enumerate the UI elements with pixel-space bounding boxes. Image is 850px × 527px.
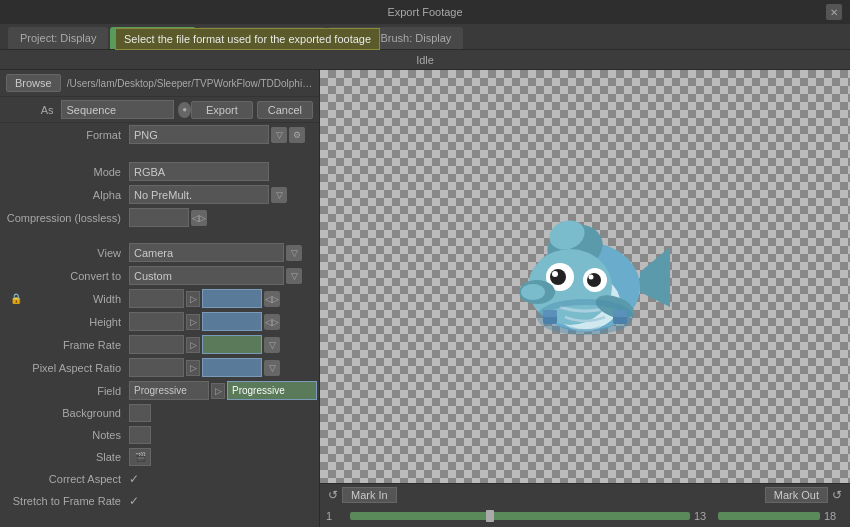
- background-row: Background: [0, 402, 319, 424]
- convert-to-label: Convert to: [6, 270, 121, 282]
- format-settings-icon[interactable]: ⚙: [289, 127, 305, 143]
- browse-button[interactable]: Browse: [6, 74, 61, 92]
- mode-row: Mode RGBA: [0, 160, 319, 183]
- field-inputs: Progressive ▷ Progressive ▽: [129, 381, 320, 400]
- alpha-expand-icon[interactable]: ▽: [271, 187, 287, 203]
- background-label: Background: [6, 407, 121, 419]
- height-right-input[interactable]: 702: [202, 312, 262, 331]
- width-label: Width: [26, 293, 121, 305]
- main-area: Browse /Users/lam/Desktop/Sleeper/TVPWor…: [0, 70, 850, 527]
- svg-rect-19: [613, 310, 627, 317]
- convert-to-field-group: Custom ▽: [129, 266, 302, 285]
- svg-point-11: [589, 274, 594, 279]
- frame-rate-right-input[interactable]: 15.000: [202, 335, 262, 354]
- pixel-aspect-label: Pixel Aspect Ratio: [6, 362, 121, 374]
- pixel-aspect-right-input[interactable]: 1.000: [202, 358, 262, 377]
- compression-expand-icon[interactable]: ◁▷: [191, 210, 207, 226]
- cancel-button[interactable]: Cancel: [257, 101, 313, 119]
- tab-clip-display[interactable]: Clip: Display: [110, 27, 195, 49]
- convert-to-row: Convert to Custom ▽: [0, 264, 319, 287]
- format-select[interactable]: PNG: [129, 125, 269, 144]
- frame-rate-left-input[interactable]: 15.000: [129, 335, 184, 354]
- svg-point-8: [550, 269, 566, 285]
- refresh-left-button[interactable]: ↺: [324, 486, 342, 504]
- frame-rate-inputs: 15.000 ▷ 15.000 ▽: [129, 335, 280, 354]
- width-left-input[interactable]: 1080: [129, 289, 184, 308]
- mode-select[interactable]: RGBA: [129, 162, 269, 181]
- tab-custom-brush[interactable]: Custom Brush: Display: [328, 27, 464, 49]
- status-text: Idle: [416, 54, 434, 66]
- left-panel: Browse /Users/lam/Desktop/Sleeper/TVPWor…: [0, 70, 320, 527]
- as-select[interactable]: Sequence: [61, 100, 174, 119]
- height-left-input[interactable]: 1080: [129, 312, 184, 331]
- stretch-frame-rate-row: Stretch to Frame Rate ✓: [0, 490, 319, 512]
- stretch-frame-rate-check: ✓: [129, 494, 139, 508]
- height-expand-icon[interactable]: ◁▷: [264, 314, 280, 330]
- convert-to-select[interactable]: Custom: [129, 266, 284, 285]
- format-expand-icon[interactable]: ▽: [271, 127, 287, 143]
- frame-rate-arrow-btn[interactable]: ▷: [186, 337, 200, 353]
- background-color-swatch[interactable]: [129, 404, 151, 422]
- status-bar: Idle: [0, 50, 850, 70]
- field-right-select[interactable]: Progressive: [227, 381, 317, 400]
- height-inputs: 1080 ▷ 702 ◁▷: [129, 312, 280, 331]
- format-field-group: PNG ▽ ⚙: [129, 125, 305, 144]
- field-arrow-btn[interactable]: ▷: [211, 383, 225, 399]
- refresh-right-button[interactable]: ↺: [828, 486, 846, 504]
- as-info-icon: ●: [178, 102, 191, 118]
- frame-rate-row: Frame Rate 15.000 ▷ 15.000 ▽: [0, 333, 319, 356]
- fish-illustration: [485, 177, 685, 377]
- frame-end: 18: [824, 510, 844, 522]
- mark-out-button[interactable]: Mark Out: [765, 487, 828, 503]
- tab-clip-layers[interactable]: Clip: Layers structure: [198, 27, 326, 49]
- format-label: Format: [6, 129, 121, 141]
- view-row: View Camera ▽: [0, 241, 319, 264]
- width-expand-icon[interactable]: ◁▷: [264, 291, 280, 307]
- frame-start: 1: [326, 510, 346, 522]
- browse-row: Browse /Users/lam/Desktop/Sleeper/TVPWor…: [0, 70, 319, 97]
- notes-swatch[interactable]: [129, 426, 151, 444]
- width-arrow-btn[interactable]: ▷: [186, 291, 200, 307]
- field-left-select[interactable]: Progressive: [129, 381, 209, 400]
- view-select[interactable]: Camera: [129, 243, 284, 262]
- as-row: As Sequence ● Export Cancel: [0, 97, 319, 123]
- pixel-aspect-expand-icon[interactable]: ▽: [264, 360, 280, 376]
- view-expand-icon[interactable]: ▽: [286, 245, 302, 261]
- width-inputs: 1080 ▷ 702 ◁▷: [129, 289, 280, 308]
- frame-rate-expand-icon[interactable]: ▽: [264, 337, 280, 353]
- height-arrow-btn[interactable]: ▷: [186, 314, 200, 330]
- export-button[interactable]: Export: [191, 101, 253, 119]
- field-label: Field: [6, 385, 121, 397]
- frame-rate-label: Frame Rate: [6, 339, 121, 351]
- right-panel: ↺ Mark In Mark Out ↺ 1 13 18: [320, 70, 850, 527]
- format-row: Format PNG ▽ ⚙: [0, 123, 319, 146]
- stretch-frame-rate-label: Stretch to Frame Rate: [6, 495, 121, 507]
- field-row: Field Progressive ▷ Progressive ▽: [0, 379, 319, 402]
- svg-rect-18: [543, 310, 557, 317]
- convert-to-expand-icon[interactable]: ▽: [286, 268, 302, 284]
- pixel-aspect-inputs: 1.000 ▷ 1.000 ▽: [129, 358, 280, 377]
- alpha-select[interactable]: No PreMult.: [129, 185, 269, 204]
- alpha-row: Alpha No PreMult. ▽: [0, 183, 319, 206]
- pixel-aspect-arrow-btn[interactable]: ▷: [186, 360, 200, 376]
- timeline-bar[interactable]: [350, 512, 690, 520]
- correct-aspect-label: Correct Aspect: [6, 473, 121, 485]
- alpha-label: Alpha: [6, 189, 121, 201]
- close-button[interactable]: ✕: [826, 4, 842, 20]
- pixel-aspect-left-input[interactable]: 1.000: [129, 358, 184, 377]
- file-path: /Users/lam/Desktop/Sleeper/TVPWorkFlow/T…: [67, 78, 313, 89]
- timeline-row: 1 13 18: [320, 506, 850, 528]
- mark-in-button[interactable]: Mark In: [342, 487, 397, 503]
- timeline-handle[interactable]: [486, 510, 494, 522]
- timeline-bar-2[interactable]: [718, 512, 820, 520]
- compression-input[interactable]: 10: [129, 208, 189, 227]
- slate-icon-btn[interactable]: 🎬: [129, 448, 151, 466]
- tab-project-display[interactable]: Project: Display: [8, 27, 108, 49]
- svg-point-13: [521, 284, 545, 300]
- mark-row: ↺ Mark In Mark Out ↺: [320, 484, 850, 506]
- width-right-input[interactable]: 702: [202, 289, 262, 308]
- svg-marker-2: [640, 247, 670, 307]
- tabs-bar: Project: Display Clip: Display Clip: Lay…: [0, 24, 850, 50]
- slate-row: Slate 🎬: [0, 446, 319, 468]
- view-label: View: [6, 247, 121, 259]
